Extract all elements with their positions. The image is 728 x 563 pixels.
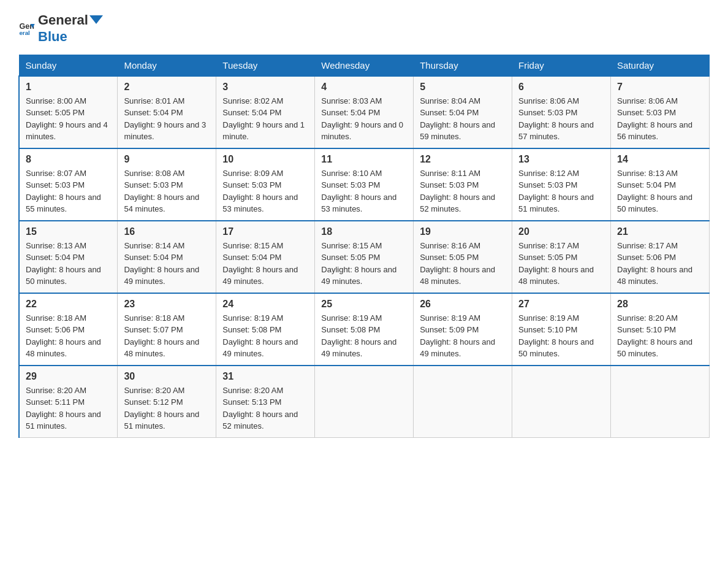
svg-marker-3 <box>89 15 103 24</box>
header-saturday: Saturday <box>611 55 710 76</box>
day-number: 10 <box>222 154 308 165</box>
day-detail: Sunrise: 8:06 AM Sunset: 5:03 PM Dayligh… <box>518 95 604 143</box>
day-number: 24 <box>222 299 308 310</box>
calendar-cell: 28 Sunrise: 8:20 AM Sunset: 5:10 PM Dayl… <box>611 293 710 366</box>
calendar-cell <box>512 366 611 438</box>
header-wednesday: Wednesday <box>315 55 414 76</box>
day-detail: Sunrise: 8:01 AM Sunset: 5:04 PM Dayligh… <box>124 95 210 143</box>
calendar-cell: 17 Sunrise: 8:15 AM Sunset: 5:04 PM Dayl… <box>216 221 315 293</box>
calendar-week-row: 8 Sunrise: 8:07 AM Sunset: 5:03 PM Dayli… <box>19 148 710 221</box>
calendar-week-row: 22 Sunrise: 8:18 AM Sunset: 5:06 PM Dayl… <box>19 293 710 366</box>
calendar-cell: 18 Sunrise: 8:15 AM Sunset: 5:05 PM Dayl… <box>315 221 414 293</box>
header-sunday: Sunday <box>19 55 118 76</box>
day-detail: Sunrise: 8:20 AM Sunset: 5:11 PM Dayligh… <box>26 385 111 432</box>
day-number: 5 <box>420 82 506 93</box>
header-monday: Monday <box>118 55 216 76</box>
calendar-cell: 19 Sunrise: 8:16 AM Sunset: 5:05 PM Dayl… <box>414 221 512 293</box>
calendar-cell: 7 Sunrise: 8:06 AM Sunset: 5:03 PM Dayli… <box>611 76 710 148</box>
calendar-week-row: 1 Sunrise: 8:00 AM Sunset: 5:05 PM Dayli… <box>19 76 710 148</box>
calendar-cell: 31 Sunrise: 8:20 AM Sunset: 5:13 PM Dayl… <box>216 366 315 438</box>
calendar-cell: 22 Sunrise: 8:18 AM Sunset: 5:06 PM Dayl… <box>19 293 118 366</box>
day-detail: Sunrise: 8:13 AM Sunset: 5:04 PM Dayligh… <box>617 167 703 215</box>
day-detail: Sunrise: 8:20 AM Sunset: 5:12 PM Dayligh… <box>124 385 210 432</box>
day-number: 29 <box>26 371 111 382</box>
calendar-header-row: SundayMondayTuesdayWednesdayThursdayFrid… <box>19 55 710 76</box>
calendar-cell: 10 Sunrise: 8:09 AM Sunset: 5:03 PM Dayl… <box>216 148 315 221</box>
calendar-cell: 14 Sunrise: 8:13 AM Sunset: 5:04 PM Dayl… <box>611 148 710 221</box>
page-header: Gen eral General Blue <box>18 12 710 45</box>
day-detail: Sunrise: 8:03 AM Sunset: 5:04 PM Dayligh… <box>321 95 407 143</box>
logo-triangle <box>89 15 103 29</box>
day-number: 12 <box>420 154 506 165</box>
day-detail: Sunrise: 8:08 AM Sunset: 5:03 PM Dayligh… <box>124 167 210 215</box>
calendar-cell: 24 Sunrise: 8:19 AM Sunset: 5:08 PM Dayl… <box>216 293 315 366</box>
day-number: 23 <box>124 299 210 310</box>
calendar-cell: 1 Sunrise: 8:00 AM Sunset: 5:05 PM Dayli… <box>19 76 118 148</box>
day-detail: Sunrise: 8:17 AM Sunset: 5:06 PM Dayligh… <box>617 240 703 288</box>
day-number: 17 <box>222 226 308 237</box>
calendar-cell: 8 Sunrise: 8:07 AM Sunset: 5:03 PM Dayli… <box>19 148 118 221</box>
day-detail: Sunrise: 8:20 AM Sunset: 5:13 PM Dayligh… <box>222 385 308 432</box>
calendar-cell: 11 Sunrise: 8:10 AM Sunset: 5:03 PM Dayl… <box>315 148 414 221</box>
calendar-cell: 26 Sunrise: 8:19 AM Sunset: 5:09 PM Dayl… <box>414 293 512 366</box>
day-detail: Sunrise: 8:02 AM Sunset: 5:04 PM Dayligh… <box>222 95 308 143</box>
calendar-cell: 27 Sunrise: 8:19 AM Sunset: 5:10 PM Dayl… <box>512 293 611 366</box>
day-number: 26 <box>420 299 506 310</box>
calendar-week-row: 15 Sunrise: 8:13 AM Sunset: 5:04 PM Dayl… <box>19 221 710 293</box>
calendar-cell: 3 Sunrise: 8:02 AM Sunset: 5:04 PM Dayli… <box>216 76 315 148</box>
day-number: 1 <box>26 82 111 93</box>
day-detail: Sunrise: 8:09 AM Sunset: 5:03 PM Dayligh… <box>222 167 308 215</box>
calendar-cell <box>315 366 414 438</box>
day-number: 27 <box>518 299 604 310</box>
day-detail: Sunrise: 8:11 AM Sunset: 5:03 PM Dayligh… <box>420 167 506 215</box>
day-detail: Sunrise: 8:18 AM Sunset: 5:06 PM Dayligh… <box>26 312 111 360</box>
day-detail: Sunrise: 8:15 AM Sunset: 5:05 PM Dayligh… <box>321 240 407 288</box>
day-number: 13 <box>518 154 604 165</box>
day-detail: Sunrise: 8:00 AM Sunset: 5:05 PM Dayligh… <box>26 95 111 143</box>
header-friday: Friday <box>512 55 611 76</box>
day-detail: Sunrise: 8:18 AM Sunset: 5:07 PM Dayligh… <box>124 312 210 360</box>
calendar-cell <box>611 366 710 438</box>
calendar-cell: 16 Sunrise: 8:14 AM Sunset: 5:04 PM Dayl… <box>118 221 216 293</box>
day-number: 4 <box>321 82 407 93</box>
day-number: 3 <box>222 82 308 93</box>
calendar-cell: 25 Sunrise: 8:19 AM Sunset: 5:08 PM Dayl… <box>315 293 414 366</box>
day-number: 19 <box>420 226 506 237</box>
day-detail: Sunrise: 8:17 AM Sunset: 5:05 PM Dayligh… <box>518 240 604 288</box>
day-detail: Sunrise: 8:06 AM Sunset: 5:03 PM Dayligh… <box>617 95 703 143</box>
day-detail: Sunrise: 8:12 AM Sunset: 5:03 PM Dayligh… <box>518 167 604 215</box>
day-number: 21 <box>617 226 703 237</box>
day-detail: Sunrise: 8:19 AM Sunset: 5:10 PM Dayligh… <box>518 312 604 360</box>
day-detail: Sunrise: 8:19 AM Sunset: 5:08 PM Dayligh… <box>222 312 308 360</box>
day-number: 25 <box>321 299 407 310</box>
calendar-cell: 2 Sunrise: 8:01 AM Sunset: 5:04 PM Dayli… <box>118 76 216 148</box>
calendar-cell: 4 Sunrise: 8:03 AM Sunset: 5:04 PM Dayli… <box>315 76 414 148</box>
calendar-table: SundayMondayTuesdayWednesdayThursdayFrid… <box>18 55 710 438</box>
calendar-cell: 23 Sunrise: 8:18 AM Sunset: 5:07 PM Dayl… <box>118 293 216 366</box>
day-number: 9 <box>124 154 210 165</box>
day-number: 20 <box>518 226 604 237</box>
day-number: 7 <box>617 82 703 93</box>
logo-blue: Blue <box>38 29 67 44</box>
calendar-cell: 9 Sunrise: 8:08 AM Sunset: 5:03 PM Dayli… <box>118 148 216 221</box>
calendar-cell: 6 Sunrise: 8:06 AM Sunset: 5:03 PM Dayli… <box>512 76 611 148</box>
day-number: 18 <box>321 226 407 237</box>
logo: Gen eral General Blue <box>18 12 103 45</box>
day-detail: Sunrise: 8:16 AM Sunset: 5:05 PM Dayligh… <box>420 240 506 288</box>
day-number: 28 <box>617 299 703 310</box>
day-number: 16 <box>124 226 210 237</box>
day-detail: Sunrise: 8:07 AM Sunset: 5:03 PM Dayligh… <box>26 167 111 215</box>
day-number: 15 <box>26 226 111 237</box>
day-number: 22 <box>26 299 111 310</box>
calendar-cell: 5 Sunrise: 8:04 AM Sunset: 5:04 PM Dayli… <box>414 76 512 148</box>
day-number: 8 <box>26 154 111 165</box>
calendar-cell: 15 Sunrise: 8:13 AM Sunset: 5:04 PM Dayl… <box>19 221 118 293</box>
day-number: 14 <box>617 154 703 165</box>
day-detail: Sunrise: 8:15 AM Sunset: 5:04 PM Dayligh… <box>222 240 308 288</box>
calendar-week-row: 29 Sunrise: 8:20 AM Sunset: 5:11 PM Dayl… <box>19 366 710 438</box>
day-number: 11 <box>321 154 407 165</box>
calendar-cell: 29 Sunrise: 8:20 AM Sunset: 5:11 PM Dayl… <box>19 366 118 438</box>
day-detail: Sunrise: 8:14 AM Sunset: 5:04 PM Dayligh… <box>124 240 210 288</box>
calendar-cell: 13 Sunrise: 8:12 AM Sunset: 5:03 PM Dayl… <box>512 148 611 221</box>
day-detail: Sunrise: 8:10 AM Sunset: 5:03 PM Dayligh… <box>321 167 407 215</box>
